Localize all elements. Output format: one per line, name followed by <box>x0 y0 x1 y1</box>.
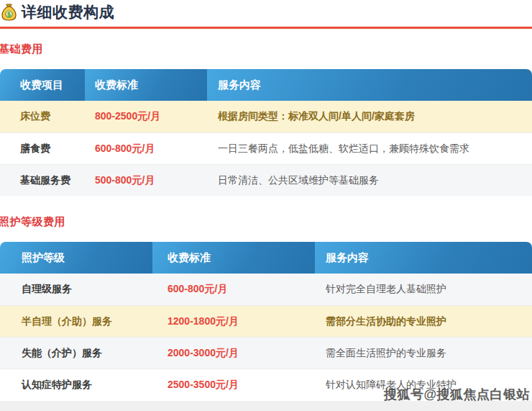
fee-item-cell: 基础服务费 <box>0 165 85 196</box>
care-level-cell: 认知症特护服务 <box>0 369 152 400</box>
svg-text:$: $ <box>7 11 11 18</box>
table-row: 自理级服务 600-800元/月 针对完全自理老人基础照护 <box>0 274 532 305</box>
fee-desc-cell: 需全面生活照护的专业服务 <box>315 338 532 369</box>
column-header-fee-standard: 收费标准 <box>152 242 315 274</box>
fee-item-cell: 床位费 <box>0 101 85 132</box>
page-title: 详细收费构成 <box>22 2 114 22</box>
column-header-fee-standard: 收费标准 <box>85 69 207 101</box>
fee-desc-cell: 针对完全自理老人基础照护 <box>315 274 532 305</box>
fee-desc-cell: 一日三餐两点，低盐低糖、软烂适口，兼顾特殊饮食需求 <box>207 133 532 164</box>
table-row: 失能（介护）服务 2000-3000元/月 需全面生活照护的专业服务 <box>0 337 532 369</box>
fee-desc-cell: 根据房间类型：标准双人间/单人间/家庭套房 <box>207 101 532 132</box>
watermark: 搜狐号@搜狐焦点白银站 <box>384 386 530 403</box>
table-header-row: 收费项目 收费标准 服务内容 <box>0 69 532 101</box>
fee-item-cell: 膳食费 <box>0 133 85 164</box>
fee-desc-cell: 需部分生活协助的专业照护 <box>315 306 532 337</box>
table-row: 基础服务费 500-800元/月 日常清洁、公共区域维护等基础服务 <box>0 164 532 196</box>
fee-price-cell: 2500-3500元/月 <box>152 369 315 400</box>
fee-price-cell: 600-800元/月 <box>152 274 315 305</box>
fee-desc-cell: 日常清洁、公共区域维护等基础服务 <box>207 165 532 196</box>
column-header-service-content: 服务内容 <box>315 242 532 274</box>
page: $ 详细收费构成 基础费用 收费项目 收费标准 服务内容 床位费 800-250… <box>0 0 532 411</box>
section-title-basic-fees: 基础费用 <box>0 42 43 56</box>
fee-price-cell: 500-800元/月 <box>85 165 207 196</box>
section-title-care-level-fees: 照护等级费用 <box>0 215 65 229</box>
table-row: 半自理（介助）服务 1200-1800元/月 需部分生活协助的专业照护 <box>0 305 532 337</box>
care-level-fees-table: 照护等级 收费标准 服务内容 自理级服务 600-800元/月 针对完全自理老人… <box>0 242 532 400</box>
care-level-cell: 失能（介护）服务 <box>0 338 152 369</box>
column-header-fee-item: 收费项目 <box>0 69 85 101</box>
fee-price-cell: 600-800元/月 <box>85 133 207 164</box>
column-header-care-level: 照护等级 <box>0 242 152 274</box>
care-level-cell: 半自理（介助）服务 <box>0 306 152 337</box>
table-row: 膳食费 600-800元/月 一日三餐两点，低盐低糖、软烂适口，兼顾特殊饮食需求 <box>0 132 532 164</box>
fee-price-cell: 2000-3000元/月 <box>152 338 315 369</box>
basic-fees-table: 收费项目 收费标准 服务内容 床位费 800-2500元/月 根据房间类型：标准… <box>0 69 532 196</box>
fee-price-cell: 800-2500元/月 <box>85 101 207 132</box>
care-level-cell: 自理级服务 <box>0 274 152 305</box>
page-header: $ 详细收费构成 <box>1 2 114 22</box>
money-bag-icon: $ <box>1 4 17 21</box>
column-header-service-content: 服务内容 <box>207 69 532 101</box>
fee-price-cell: 1200-1800元/月 <box>152 306 315 337</box>
table-row: 床位费 800-2500元/月 根据房间类型：标准双人间/单人间/家庭套房 <box>0 101 532 132</box>
title-underline <box>0 27 532 29</box>
table-header-row: 照护等级 收费标准 服务内容 <box>0 242 532 274</box>
